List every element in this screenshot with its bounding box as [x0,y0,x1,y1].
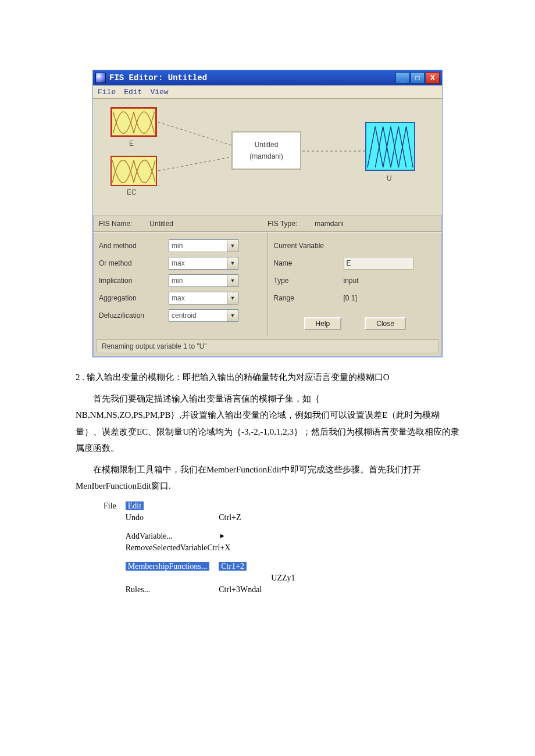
paragraph-3: 在模糊限制工具箱中，我们在MemberFunctionEdit中即可完成这些步骤… [76,461,459,495]
close-window-button[interactable]: X [426,72,440,84]
var-name-value: E [347,259,351,267]
implication-label: Implication [99,277,169,285]
and-method-label: And method [99,242,169,250]
or-method-dropdown[interactable]: max ▼ [169,257,238,270]
current-variable-heading: Current Variable [274,242,344,250]
fis-type-label: FIS Type: [268,220,297,228]
menu-shortcut-mf: Ctr1+2 [219,562,247,571]
defuzz-dropdown[interactable]: centroid ▼ [169,309,238,322]
aggregation-value: max [172,294,185,302]
var-type-value: input [344,277,359,285]
window-title: FIS Editor: Untitled [109,73,395,83]
help-button[interactable]: Help [304,317,342,330]
menu-item-addvariable[interactable]: AddVariable... [121,531,215,542]
edit-menu-figure: File Edit Undo Ctrl+Z AddVariable... ► R… [99,500,459,596]
menu-view[interactable]: View [150,88,168,96]
menu-file[interactable]: File [98,88,116,96]
var-name-field[interactable]: E [344,257,413,270]
menu-item-membershipfunctions[interactable]: MembershipFunctions... [126,562,210,571]
output-u-label: U [387,174,392,182]
menu-shortcut-rules: Ctrl+3Wndal [214,584,266,596]
menu-item-rules[interactable]: Rules... [121,584,215,596]
submenu-arrow-icon: ► [214,531,266,542]
svg-line-1 [158,157,231,171]
and-method-dropdown[interactable]: min ▼ [169,239,238,252]
rule-block-type: (mamdani) [249,152,283,160]
or-method-label: Or method [99,259,169,267]
app-icon [95,73,106,83]
defuzz-value: centroid [172,311,197,320]
output-var-u[interactable] [365,122,415,171]
menu-file-label[interactable]: File [99,500,121,512]
aggregation-dropdown[interactable]: max ▼ [169,292,238,304]
or-method-value: max [172,259,185,267]
fis-editor-window: FIS Editor: Untitled _ □ X File Edit Vie… [92,70,443,357]
menubar: File Edit View [93,85,442,99]
implication-value: min [172,277,183,285]
mf-tri-icon [366,123,414,170]
menu-item-removevariable[interactable]: RemoveSelectedVariableCtrl+X [121,542,267,554]
methods-panel: And method min ▼ Or method max ▼ Implica… [93,232,268,336]
chevron-down-icon: ▼ [227,292,238,304]
fis-name-label: FIS Name: [99,220,132,228]
fis-type-value: mamdani [315,220,343,228]
maximize-button[interactable]: □ [411,72,425,84]
paragraph-2b: NB,NM,NS,ZO,PS,PM,PB｝,并设置输入输出变量的论域，例如我们可… [76,407,459,457]
status-bar: Renaming output variable 1 to "U" [97,339,438,353]
titlebar[interactable]: FIS Editor: Untitled _ □ X [93,70,442,85]
close-button[interactable]: Close [365,317,406,330]
paragraph-2a: 首先我们要确定描述输入输出变量语言值的模糊子集，如｛ [76,390,459,407]
aggregation-label: Aggregation [99,294,169,302]
chevron-down-icon: ▼ [227,310,238,321]
minimize-button[interactable]: _ [395,72,409,84]
fis-info-row: FIS Name: Untitled FIS Type: mamdani [93,216,442,232]
var-type-label: Type [274,277,344,285]
implication-dropdown[interactable]: min ▼ [169,274,238,287]
status-text: Renaming output variable 1 to "U" [102,342,207,350]
var-name-label: Name [274,259,344,267]
chevron-down-icon: ▼ [227,275,238,286]
menu-edit[interactable]: Edit [124,88,142,96]
rule-block-name: Untitled [255,141,279,149]
svg-line-0 [158,122,231,145]
paragraph-1: 2 . 输入输出变量的模糊化：即把输入输出的精确量转化为对应语言变量的模糊口O [76,369,459,386]
menu-edit-label[interactable]: Edit [126,501,144,510]
menu-item-undo[interactable]: Undo [121,512,215,524]
current-variable-panel: Current Variable Name E Type input Range… [268,232,443,336]
fis-name-value: Untitled [149,220,173,228]
menu-shortcut-undo: Ctrl+Z [214,512,266,524]
and-method-value: min [172,242,183,250]
var-range-label: Range [274,294,344,302]
chevron-down-icon: ▼ [227,240,238,252]
defuzz-label: Defuzzification [99,311,169,320]
side-text-uzzy1: UZZy1 [266,572,299,584]
rule-block[interactable]: Untitled (mamdani) [231,131,301,170]
chevron-down-icon: ▼ [227,257,238,269]
var-range-value: [0 1] [344,294,357,302]
fis-canvas: E EC Untitled (mamdani) [93,99,442,216]
